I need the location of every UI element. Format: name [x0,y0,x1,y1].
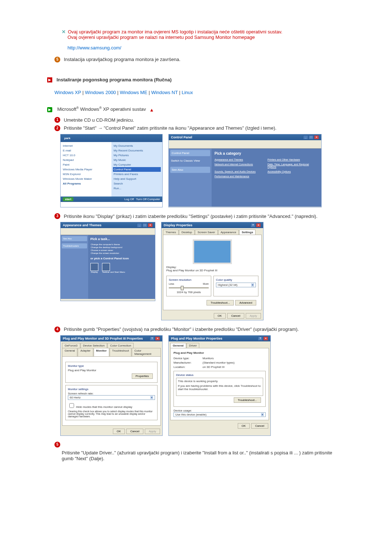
tab-settings[interactable]: Settings [239,230,256,235]
at-task[interactable]: Change the desktop background [90,246,153,249]
close-icon[interactable]: × [314,135,319,139]
samsung-link[interactable]: http://www.samsung.com/ [68,45,121,50]
minimize-icon[interactable]: _ [137,223,142,227]
advanced-button[interactable]: Advanced [235,300,256,305]
resolution-slider[interactable] [169,287,209,288]
help-icon[interactable]: ? [258,336,263,341]
tab-themes[interactable]: Themes [163,230,179,235]
link-windows-me[interactable]: Windows ME [120,90,147,95]
troubleshoot-button[interactable]: Troubleshoot... [234,397,261,403]
step-number-2-icon: 2 [54,125,60,131]
sm-item[interactable]: Printers and Faxes [113,172,161,177]
tab-troubleshoot[interactable]: Troubleshoot [110,348,131,356]
help-icon[interactable]: ? [150,336,155,341]
at-task[interactable]: Choose a screen saver [90,249,153,252]
cancel-button[interactable]: Cancel [227,313,244,319]
cancel-button[interactable]: Cancel [251,423,268,429]
close-icon[interactable]: × [155,336,160,341]
cp-side-item[interactable]: Switch to Classic View [170,158,210,163]
start-button[interactable]: start [63,197,73,201]
sm-item[interactable]: My Computer [113,162,161,167]
ok-button[interactable]: OK [113,429,125,434]
tab-general[interactable]: General [62,348,77,356]
sm-item[interactable]: Windows Media Player [62,167,110,172]
section-title: Instaliranje pogonskog programa monitora… [57,77,172,82]
maximize-icon[interactable]: □ [142,223,147,227]
ok-button[interactable]: OK [238,423,250,429]
step-number-1-icon: 1 [54,117,60,123]
sm-item[interactable]: My Music [113,158,161,162]
cp-item[interactable]: Printers and Other Hardware [268,158,318,161]
appearance-themes-screenshot: Appearance and Themes _ □ × See Also Tro… [60,222,155,301]
ok-button[interactable]: OK [214,313,226,319]
color-quality-select[interactable]: Highest (32 bit) ▾ [216,283,256,287]
section-title-row: ▶ Instaliranje pogonskog programa monito… [47,77,345,83]
cp-title: Control Panel [171,135,192,139]
maximize-icon[interactable]: □ [309,135,314,139]
link-windows-xp[interactable]: Windows XP [54,90,81,95]
up-arrow-icon[interactable]: ▲ [150,107,154,113]
tab-desktop[interactable]: Desktop [179,230,195,235]
turn-off-button[interactable]: Turn Off Computer [136,198,160,201]
note-text-2: Ovaj ovjereni upravljački program se nal… [68,35,255,40]
cp-item[interactable]: Date, Time, Language, and Regional Optio… [268,163,318,168]
cp-item-appearance[interactable]: Appearance and Themes [215,158,265,161]
cp-side-item[interactable]: Control Panel [170,150,210,156]
close-icon[interactable]: × [148,223,153,227]
tab-screensaver[interactable]: Screen Saver [195,230,217,235]
troubleshoot-button[interactable]: Troubleshoot... [207,300,234,305]
sm-item[interactable]: Windows Movie Maker [62,177,110,181]
sm-item[interactable]: Search [113,181,161,186]
link-windows-2000[interactable]: Windows 2000 [85,90,116,95]
cancel-button[interactable]: Cancel [126,429,143,434]
sm-item[interactable]: My Recent Documents [113,148,161,153]
tab-geforce[interactable]: GeForce3 [62,343,80,348]
log-off-button[interactable]: Log Off [124,198,134,201]
help-icon[interactable]: ? [250,223,256,227]
link-windows-nt[interactable]: Windows NT [151,90,177,95]
sm-item[interactable]: My Pictures [113,153,161,158]
refresh-rate-select[interactable]: 60 Hertz ▾ [68,395,155,400]
display-icon[interactable] [90,263,98,271]
at-task[interactable]: Change the computer's theme [90,243,153,246]
sm-item[interactable]: My Documents [113,143,161,148]
tab-adapter[interactable]: Adapter [78,348,93,356]
sm-control-panel[interactable]: Control Panel [113,167,161,172]
tab-appearance[interactable]: Appearance [218,230,239,235]
sm-item[interactable]: Help and Support [113,177,161,181]
device-usage-select[interactable]: Use this device (enable) ▾ [173,412,266,417]
taskbar-icon[interactable] [102,263,110,271]
tab-colormgmt[interactable]: Color Management [132,348,161,356]
link-linux[interactable]: Linux [182,90,193,95]
at-title: Appearance and Themes [63,223,102,227]
tab-driver[interactable]: Driver [187,343,199,348]
step-number-4-icon: 4 [54,327,60,332]
cp-item[interactable]: Sounds, Speech, and Audio Devices [215,170,265,173]
res-label: Screen resolution [169,278,209,281]
properties-button[interactable]: Properties [132,373,153,379]
sm-all-programs[interactable]: All Programs [62,181,110,186]
tab-device-sel[interactable]: Device Selection [81,343,107,348]
at-side-box: Troubleshooters [62,243,87,248]
sm-item[interactable]: E-mail [62,148,110,153]
cp-item[interactable]: Accessibility Options [268,170,318,173]
close-icon[interactable]: × [263,336,268,341]
tab-general[interactable]: General [170,343,186,348]
apply-button[interactable]: Apply [246,313,261,319]
sm-item[interactable]: Internet [62,143,110,148]
apply-button[interactable]: Apply [145,429,160,434]
sm-item[interactable]: Paint [62,162,110,167]
cp-item[interactable]: Network and Internet Connections [215,163,265,168]
minimize-icon[interactable]: _ [303,135,308,139]
cp-main: Pick a category Appearance and Themes Pr… [212,149,321,207]
sm-item[interactable]: Notepad [62,158,110,162]
sm-item[interactable]: HCT 10.0 [62,153,110,158]
sm-item[interactable]: Run... [113,186,161,191]
tab-monitor[interactable]: Monitor [94,348,109,356]
tab-color-corr[interactable]: Color Correction [107,343,134,348]
sm-item[interactable]: MSN Explorer [62,172,110,177]
at-task[interactable]: Change the screen resolution [90,252,153,255]
close-icon[interactable]: × [256,223,261,227]
hide-modes-checkbox[interactable] [69,403,74,408]
cp-item[interactable]: Performance and Maintenance [215,175,265,178]
